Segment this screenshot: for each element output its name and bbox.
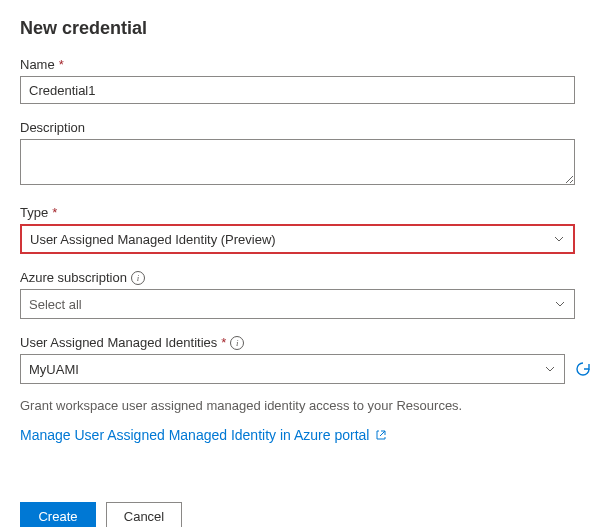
create-button[interactable]: Create xyxy=(20,502,96,527)
type-select[interactable]: User Assigned Managed Identity (Preview) xyxy=(20,224,575,254)
uami-label: User Assigned Managed Identities * i xyxy=(20,335,585,350)
page-title: New credential xyxy=(20,18,585,39)
chevron-down-icon xyxy=(553,233,565,245)
subscription-label: Azure subscription i xyxy=(20,270,585,285)
external-link-icon xyxy=(375,429,387,441)
type-label: Type * xyxy=(20,205,585,220)
cancel-button[interactable]: Cancel xyxy=(106,502,182,527)
name-input[interactable] xyxy=(20,76,575,104)
chevron-down-icon xyxy=(544,363,556,375)
description-label: Description xyxy=(20,120,585,135)
subscription-select[interactable]: Select all xyxy=(20,289,575,319)
chevron-down-icon xyxy=(554,298,566,310)
refresh-button[interactable] xyxy=(573,359,593,379)
info-icon: i xyxy=(230,336,244,350)
uami-select[interactable]: MyUAMI xyxy=(20,354,565,384)
description-input[interactable] xyxy=(20,139,575,185)
name-label: Name * xyxy=(20,57,585,72)
helper-text: Grant workspace user assigned managed id… xyxy=(20,398,585,413)
info-icon: i xyxy=(131,271,145,285)
manage-uami-link[interactable]: Manage User Assigned Managed Identity in… xyxy=(20,427,387,443)
